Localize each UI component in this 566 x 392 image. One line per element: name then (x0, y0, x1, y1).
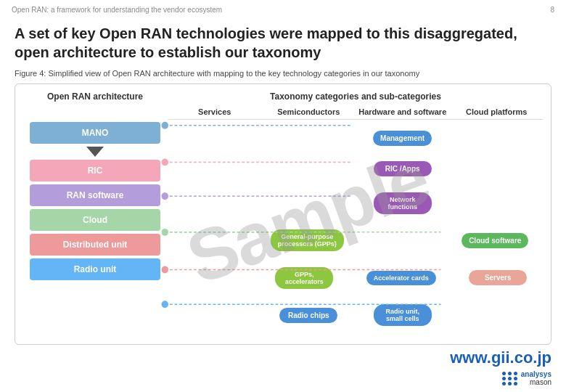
tax-row-2: Networkfunctions (168, 192, 544, 214)
arch-block-cloud: Cloud (30, 209, 160, 231)
doc-title: Open RAN: a framework for understanding … (12, 6, 222, 14)
tax-pill-gpps: General-purposeprocessors (GPPs) (271, 229, 344, 251)
col-header-semiconductors: Semiconductors (262, 107, 356, 116)
tax-row-4: GPPs,accelerators Accelerator cards Serv… (168, 267, 544, 289)
tax-row-5: Radio chips Radio unit,small cells (168, 304, 544, 326)
taxonomy-rows: Management RIC /Apps Networkfunctions (168, 120, 544, 337)
tax-pill-ric-apps: RIC /Apps (374, 161, 432, 176)
col-header-cloud: Cloud platforms (450, 107, 544, 116)
tax-pill-management: Management (373, 131, 432, 146)
footer: analysys mason (502, 370, 551, 386)
arch-block-mano: MANO (30, 122, 160, 144)
arch-blocks: MANO RIC RAN software Cloud Distri (30, 122, 160, 280)
tax-pill-radio-chips: Radio chips (279, 308, 337, 323)
tax-pill-radio-unit: Radio unit,small cells (374, 304, 432, 326)
tax-row-1: RIC /Apps (168, 161, 544, 176)
diagram: Sample Open RAN architecture MANO RIC RA… (15, 83, 551, 345)
diagram-wrapper: Sample Open RAN architecture MANO RIC RA… (15, 83, 551, 345)
tax-pill-accel-cards: Accelerator cards (366, 271, 436, 285)
open-ran-column: Open RAN architecture MANO RIC RAN softw… (22, 91, 168, 337)
tax-row-3: General-purposeprocessors (GPPs) Cloud s… (168, 229, 544, 251)
tax-pill-cloud-software: Cloud software (462, 233, 528, 248)
tax-pill-network-functions: Networkfunctions (374, 192, 432, 214)
page-number: 8 (550, 6, 554, 14)
mano-to-ric-arrow (86, 147, 104, 157)
taxonomy-headers: Services Semiconductors Hardware and sof… (168, 107, 544, 120)
footer-url: www.gii.co.jp (450, 348, 551, 367)
arch-block-ric: RIC (30, 160, 160, 181)
taxonomy-title: Taxonomy categories and sub-categories (168, 91, 544, 102)
col-header-services: Services (168, 107, 262, 116)
arch-block-radio: Radio unit (30, 258, 160, 280)
open-ran-title: Open RAN architecture (47, 91, 143, 102)
arch-block-distributed: Distributed unit (30, 234, 160, 256)
main-title: A set of key Open RAN technologies were … (0, 17, 566, 66)
col-header-hardware: Hardware and software (356, 107, 450, 116)
tax-pill-servers: Servers (469, 270, 527, 285)
brand-dots (502, 372, 518, 385)
tax-pill-gpps-accel: GPPs,accelerators (275, 267, 333, 289)
arch-block-ran-software: RAN software (30, 184, 160, 206)
page-header: Open RAN: a framework for understanding … (0, 0, 566, 17)
taxonomy-area: Taxonomy categories and sub-categories S… (168, 91, 544, 337)
tax-row-0: Management (168, 131, 544, 146)
figure-caption: Figure 4: Simplified view of Open RAN ar… (0, 66, 566, 83)
brand-name: analysys mason (521, 370, 551, 386)
